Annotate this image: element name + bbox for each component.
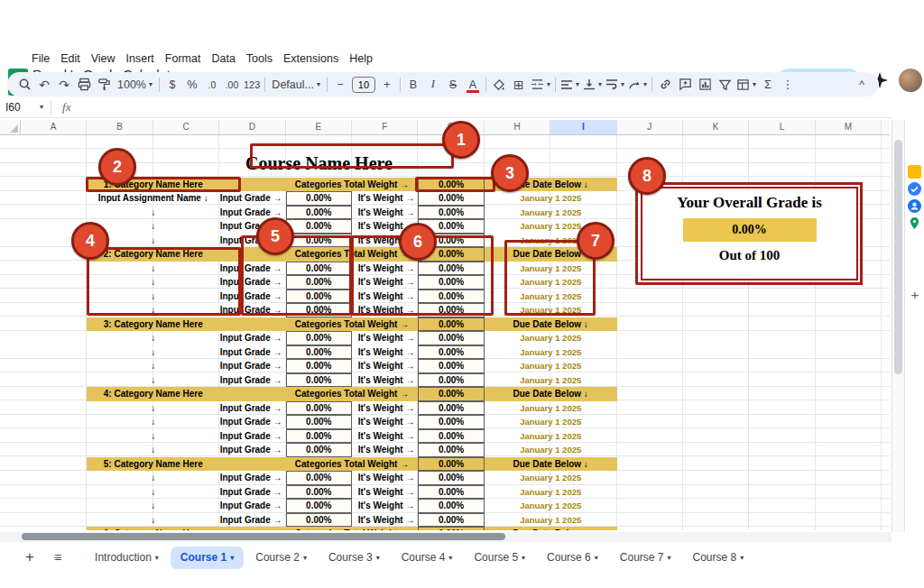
fill-color-button[interactable] <box>489 75 509 95</box>
grade-value-cell[interactable]: 0.00% <box>286 499 352 513</box>
tab-course-2[interactable]: Course 2▾ <box>245 547 317 569</box>
assignment-name-cell[interactable]: ↓ <box>87 275 219 289</box>
due-date-cell[interactable]: January 1 2025 <box>485 234 617 248</box>
column-header-E[interactable]: E <box>286 120 352 134</box>
weight-value-cell[interactable]: 0.00% <box>418 401 484 416</box>
weight-value-cell[interactable]: 0.00% <box>418 443 484 457</box>
contacts-icon[interactable] <box>908 199 921 213</box>
tab-course-3[interactable]: Course 3▾ <box>319 547 390 569</box>
create-filter-button[interactable] <box>715 75 735 95</box>
column-header-K[interactable]: K <box>683 120 749 134</box>
column-header-B[interactable]: B <box>87 120 152 134</box>
assignment-name-cell[interactable]: ↓ <box>87 345 219 360</box>
tab-caret-icon[interactable]: ▾ <box>740 554 744 562</box>
menu-file[interactable]: File <box>26 51 55 68</box>
grade-value-cell[interactable]: 0.00% <box>286 345 352 360</box>
tab-caret-icon[interactable]: ▾ <box>155 554 159 562</box>
weight-value-cell[interactable]: 0.00% <box>418 471 484 485</box>
menu-format[interactable]: Format <box>160 51 207 68</box>
weight-value-cell[interactable]: 0.00% <box>418 513 484 528</box>
table-views-button[interactable]: ▾ <box>735 75 758 95</box>
undo-button[interactable]: ↶ <box>34 75 54 95</box>
column-header-C[interactable]: C <box>153 120 219 134</box>
grade-value-cell[interactable]: 0.00% <box>286 471 352 485</box>
category-weight-value[interactable]: 0.00% <box>418 387 484 401</box>
weight-value-cell[interactable]: 0.00% <box>418 373 484 388</box>
tab-caret-icon[interactable]: ▾ <box>448 554 452 562</box>
text-wrap-button[interactable]: ▾ <box>604 75 626 95</box>
weight-value-cell[interactable]: 0.00% <box>418 191 484 206</box>
assignment-name-cell[interactable]: ↓ <box>87 401 219 416</box>
increase-font-size-button[interactable]: + <box>377 75 397 95</box>
due-date-cell[interactable]: January 1 2025 <box>485 499 617 513</box>
italic-button[interactable]: I <box>423 75 443 95</box>
due-date-cell[interactable]: January 1 2025 <box>485 513 617 528</box>
due-date-cell[interactable]: January 1 2025 <box>485 303 617 317</box>
due-date-cell[interactable]: January 1 2025 <box>485 401 617 416</box>
grade-value-cell[interactable]: 0.00% <box>286 485 352 500</box>
due-date-cell[interactable]: January 1 2025 <box>485 359 617 373</box>
category-weight-value[interactable]: 0.00% <box>418 317 484 332</box>
strikethrough-button[interactable]: S <box>443 75 463 95</box>
tab-introduction[interactable]: Introduction▾ <box>85 547 169 569</box>
column-header-F[interactable]: F <box>352 120 418 134</box>
weight-value-cell[interactable]: 0.00% <box>418 219 484 234</box>
search-menus-button[interactable] <box>14 75 34 95</box>
zoom-select[interactable]: 100% ▾ <box>114 75 156 95</box>
maps-icon[interactable] <box>908 216 921 230</box>
functions-button[interactable]: Σ <box>758 75 778 95</box>
weight-value-cell[interactable]: 0.00% <box>418 359 484 373</box>
grade-value-cell[interactable]: 0.00% <box>286 303 352 317</box>
due-date-cell[interactable]: January 1 2025 <box>485 415 617 429</box>
column-header-H[interactable]: H <box>485 120 550 134</box>
weight-value-cell[interactable]: 0.00% <box>418 289 484 304</box>
vertical-scrollbar[interactable] <box>892 120 904 532</box>
assignment-name-cell[interactable]: ↓ <box>87 219 219 234</box>
weight-value-cell[interactable]: 0.00% <box>418 415 484 429</box>
menu-tools[interactable]: Tools <box>241 51 278 68</box>
more-toolbar-button[interactable]: ⋮ <box>778 75 798 95</box>
column-header-J[interactable]: J <box>617 120 683 134</box>
weight-value-cell[interactable]: 0.00% <box>418 485 484 500</box>
weight-value-cell[interactable]: 0.00% <box>418 331 484 345</box>
format-percent-button[interactable]: % <box>182 75 202 95</box>
borders-button[interactable]: ⊞ <box>509 75 529 95</box>
vertical-scrollbar-thumb[interactable] <box>894 140 902 374</box>
account-avatar[interactable] <box>899 69 922 92</box>
due-date-cell[interactable]: January 1 2025 <box>485 206 617 220</box>
tab-course-7[interactable]: Course 7▾ <box>610 547 681 569</box>
weight-value-cell[interactable]: 0.00% <box>418 499 484 513</box>
assignment-name-cell[interactable]: Input Assignment Name ↓ <box>87 191 219 206</box>
merge-cells-button[interactable]: ▾ <box>529 75 552 95</box>
due-date-cell[interactable]: January 1 2025 <box>485 373 617 388</box>
due-date-cell[interactable]: January 1 2025 <box>485 471 617 485</box>
sheet-content[interactable]: Course Name Here Your Overall Grade is 0… <box>0 135 890 530</box>
paint-format-button[interactable] <box>94 75 114 95</box>
all-sheets-button[interactable]: ≡ <box>54 550 61 565</box>
menu-view[interactable]: View <box>86 51 121 68</box>
tasks-icon[interactable] <box>908 182 921 196</box>
assignment-name-cell[interactable]: ↓ <box>87 303 219 317</box>
assignment-name-cell[interactable]: ↓ <box>87 359 219 373</box>
tab-course-1[interactable]: Course 1▾ <box>171 547 244 569</box>
weight-value-cell[interactable]: 0.00% <box>418 345 484 360</box>
grade-value-cell[interactable]: 0.00% <box>286 219 352 234</box>
menu-extensions[interactable]: Extensions <box>278 51 344 68</box>
column-header-M[interactable]: M <box>816 120 882 134</box>
side-panel-add-icon[interactable]: + <box>908 287 922 302</box>
tab-caret-icon[interactable]: ▾ <box>303 554 307 562</box>
weight-value-cell[interactable]: 0.00% <box>418 262 484 276</box>
column-header-A[interactable]: A <box>21 120 87 134</box>
decrease-font-size-button[interactable]: − <box>330 75 350 95</box>
font-size-input[interactable]: 10 <box>352 77 375 93</box>
due-date-cell[interactable]: January 1 2025 <box>485 331 617 345</box>
select-all-corner[interactable] <box>0 120 21 135</box>
name-box-caret-icon[interactable]: ▾ <box>40 103 43 111</box>
assignment-name-cell[interactable]: ↓ <box>87 262 219 276</box>
due-date-cell[interactable]: January 1 2025 <box>485 485 617 500</box>
due-date-cell[interactable]: January 1 2025 <box>485 289 617 304</box>
weight-value-cell[interactable]: 0.00% <box>418 234 484 248</box>
grade-value-cell[interactable]: 0.00% <box>286 289 352 304</box>
assignment-name-cell[interactable]: ↓ <box>87 429 219 444</box>
grade-value-cell[interactable]: 0.00% <box>286 191 352 206</box>
